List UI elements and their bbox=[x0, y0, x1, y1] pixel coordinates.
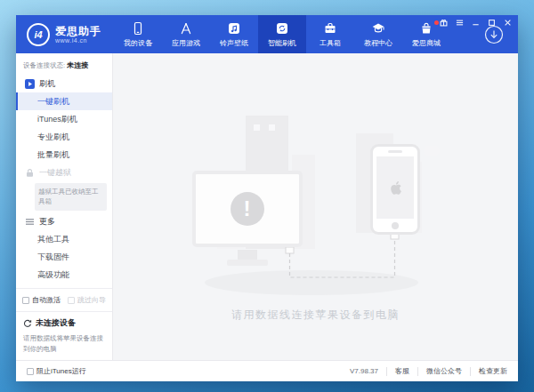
tab-label: 工具箱 bbox=[320, 38, 341, 48]
device-status-value: 未连接 bbox=[67, 61, 88, 69]
refresh-icon[interactable] bbox=[23, 319, 32, 328]
body-row: 设备连接状态: 未连接 刷机 一键刷机 iTunes刷机 专业刷机 批量刷机 一… bbox=[16, 53, 518, 360]
tab-toolbox[interactable]: 工具箱 bbox=[306, 15, 354, 53]
jailbreak-note: 越狱工具已收纳至工具箱 bbox=[35, 183, 107, 211]
main-content: ! 请用数据线连接苹果设备到电脑 bbox=[113, 53, 518, 360]
maximize-icon[interactable] bbox=[487, 18, 496, 27]
checkbox-label: 自动激活 bbox=[32, 295, 61, 305]
store-icon bbox=[419, 21, 433, 36]
sidebar: 设备连接状态: 未连接 刷机 一键刷机 iTunes刷机 专业刷机 批量刷机 一… bbox=[16, 53, 113, 360]
no-device-illustration: ! bbox=[187, 103, 445, 297]
connection-panel: 未连接设备 请用数据线将苹果设备连接到你的电脑 bbox=[16, 312, 112, 360]
apple-logo-icon bbox=[387, 180, 403, 196]
device-status: 设备连接状态: 未连接 bbox=[16, 53, 112, 75]
appstore-icon bbox=[179, 21, 193, 36]
tab-label: 我的设备 bbox=[124, 38, 152, 48]
sidebar-item-batch-flash[interactable]: 批量刷机 bbox=[16, 146, 112, 164]
tab-my-devices[interactable]: 我的设备 bbox=[114, 15, 162, 53]
check-update-link[interactable]: 检查更新 bbox=[479, 366, 507, 376]
bottom-bar-right: V7.98.37 客服 微信公众号 检查更新 bbox=[350, 366, 507, 376]
app-title: 爱思助手 bbox=[55, 25, 101, 37]
tab-tutorial-center[interactable]: 教程中心 bbox=[354, 15, 402, 53]
menu-icon[interactable] bbox=[455, 18, 464, 27]
sidebar-item-itunes-flash[interactable]: iTunes刷机 bbox=[16, 110, 112, 128]
flash-options: 自动激活 跳过向导 bbox=[16, 289, 112, 311]
sidebar-group-label: 刷机 bbox=[39, 78, 55, 90]
wechat-official-link[interactable]: 微信公众号 bbox=[426, 366, 462, 376]
customer-service-link[interactable]: 客服 bbox=[395, 366, 409, 376]
version-label: V7.98.37 bbox=[350, 367, 378, 375]
gift-icon[interactable] bbox=[439, 18, 448, 27]
tab-ringtones-wallpapers[interactable]: 铃声壁纸 bbox=[210, 15, 258, 53]
i4-logo-icon: i4 bbox=[27, 23, 50, 46]
tab-apps-games[interactable]: 应用游戏 bbox=[162, 15, 210, 53]
phone-speaker bbox=[388, 150, 402, 153]
divider bbox=[417, 367, 418, 376]
tab-label: 应用游戏 bbox=[172, 38, 200, 48]
sidebar-item-other-tools[interactable]: 其他工具 bbox=[16, 231, 112, 249]
more-icon bbox=[25, 217, 35, 227]
checkbox-box[interactable] bbox=[22, 297, 29, 304]
download-icon[interactable] bbox=[484, 25, 504, 44]
phone-screen bbox=[376, 156, 414, 219]
sidebar-item-pro-flash[interactable]: 专业刷机 bbox=[16, 128, 112, 146]
sidebar-item-download-firmware[interactable]: 下载固件 bbox=[16, 249, 112, 267]
sidebar-group-jailbreak: 一键越狱 bbox=[16, 164, 112, 181]
window-controls bbox=[439, 18, 512, 27]
sidebar-group-label: 更多 bbox=[39, 216, 55, 228]
checkbox-box[interactable] bbox=[27, 368, 34, 375]
ringtone-wallpaper-icon bbox=[227, 21, 241, 36]
app-window: i4 爱思助手 www.i4.cn 我的设备 应用游戏 bbox=[16, 15, 518, 381]
iphone-illustration bbox=[370, 144, 420, 235]
tab-label: 铃声壁纸 bbox=[220, 38, 248, 48]
sidebar-group-more[interactable]: 更多 bbox=[16, 213, 112, 231]
auto-activate-checkbox[interactable]: 自动激活 bbox=[22, 295, 61, 305]
flash-group-icon bbox=[25, 79, 35, 89]
phone-icon bbox=[131, 21, 145, 36]
app-url: www.i4.cn bbox=[55, 37, 101, 44]
checkbox-label: 阻止iTunes运行 bbox=[36, 366, 86, 376]
connection-title: 未连接设备 bbox=[36, 317, 76, 329]
connection-description: 请用数据线将苹果设备连接到你的电脑 bbox=[23, 333, 105, 355]
sidebar-group-flash[interactable]: 刷机 bbox=[16, 75, 112, 92]
computer-illustration: ! bbox=[192, 171, 303, 247]
tab-label: 智能刷机 bbox=[268, 38, 296, 48]
skip-wizard-checkbox[interactable]: 跳过向导 bbox=[68, 295, 106, 305]
lock-icon bbox=[25, 168, 35, 178]
phone-home-button bbox=[392, 222, 399, 229]
smart-flash-icon bbox=[275, 21, 289, 36]
bottom-bar: 阻止iTunes运行 V7.98.37 客服 微信公众号 检查更新 bbox=[16, 360, 518, 381]
divider bbox=[470, 367, 471, 376]
sidebar-item-advanced[interactable]: 高级功能 bbox=[16, 267, 112, 284]
main-nav: 我的设备 应用游戏 铃声壁纸 智能刷机 bbox=[114, 15, 470, 53]
tutorial-icon bbox=[371, 21, 385, 36]
empty-state-message: 请用数据线连接苹果设备到电脑 bbox=[231, 308, 400, 323]
sidebar-item-onekey-flash[interactable]: 一键刷机 bbox=[16, 92, 112, 110]
device-status-label: 设备连接状态: bbox=[23, 61, 65, 69]
close-icon[interactable] bbox=[503, 18, 512, 27]
tab-label: 爱思商城 bbox=[412, 38, 441, 48]
tab-smart-flash[interactable]: 智能刷机 bbox=[258, 15, 306, 53]
block-itunes-checkbox[interactable]: 阻止iTunes运行 bbox=[27, 366, 86, 376]
checkbox-box[interactable] bbox=[68, 297, 75, 304]
exclamation-icon: ! bbox=[231, 192, 264, 226]
divider bbox=[386, 367, 387, 376]
tab-label: 教程中心 bbox=[364, 38, 392, 48]
checkbox-label: 跳过向导 bbox=[77, 295, 106, 305]
minimize-icon[interactable] bbox=[471, 18, 480, 27]
sidebar-group-label: 一键越狱 bbox=[39, 167, 71, 179]
app-logo: i4 爱思助手 www.i4.cn bbox=[16, 15, 114, 53]
toolbox-icon bbox=[323, 21, 337, 36]
monitor-base bbox=[227, 260, 268, 266]
app-header: i4 爱思助手 www.i4.cn 我的设备 应用游戏 bbox=[16, 15, 518, 53]
